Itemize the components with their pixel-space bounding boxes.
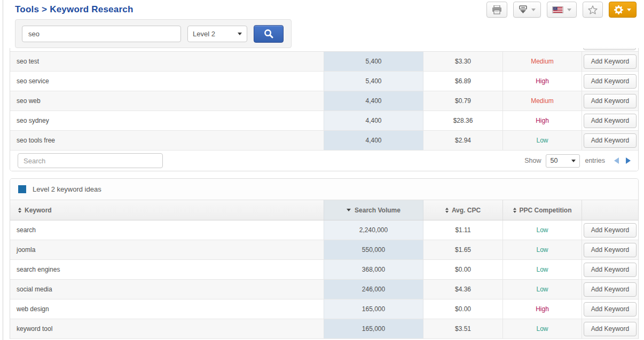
- settings-button[interactable]: [609, 2, 637, 18]
- keyword-search-panel: Level 2: [15, 19, 292, 48]
- avg-cpc-cell: $28.36: [423, 111, 503, 130]
- us-flag-icon: [552, 6, 563, 13]
- next-page-icon[interactable]: [626, 157, 631, 164]
- keyword-cell: keyword tool: [10, 319, 324, 338]
- favorite-star-icon: [588, 5, 598, 14]
- previous-page-icon[interactable]: [614, 157, 619, 164]
- chevron-down-icon: [627, 9, 631, 11]
- search-volume-cell: 4,400: [324, 91, 423, 110]
- table-row: web design 165,000 $0.00 High Add Keywor…: [10, 299, 638, 319]
- add-keyword-button[interactable]: Add Keyword: [584, 282, 637, 297]
- avg-cpc-cell: $0.00: [423, 260, 503, 279]
- column-header-label: PPC Competition: [520, 207, 572, 214]
- avg-cpc-cell: $6.89: [423, 72, 503, 91]
- add-keyword-button[interactable]: Add Keyword: [584, 302, 637, 317]
- table-row: seo tools free 4,400 $2.94 Low Add Keywo…: [10, 131, 638, 151]
- column-header-actions: [582, 200, 638, 220]
- column-header-avg-cpc[interactable]: Avg. CPC: [423, 200, 503, 220]
- avg-cpc-cell: $0.79: [423, 91, 503, 110]
- column-header-keyword[interactable]: Keyword: [10, 200, 324, 220]
- search-volume-cell: 5,400: [324, 52, 423, 71]
- ppc-competition-cell: High: [503, 299, 582, 319]
- add-keyword-button[interactable]: Add Keyword: [584, 263, 637, 277]
- table-footer: Show 50 entries: [10, 151, 638, 171]
- favorite-button[interactable]: [583, 2, 603, 18]
- add-keyword-button[interactable]: [583, 48, 636, 50]
- table-header-row: Keyword Search Volume Avg. CPC PPC Compe…: [10, 200, 638, 220]
- avg-cpc-cell: $1.11: [423, 220, 503, 240]
- table-row: seo sydney 4,400 $28.36 High Add Keyword: [10, 111, 638, 131]
- table-row: seo web 4,400 $0.79 Medium Add Keyword: [10, 91, 638, 111]
- keyword-cell: social media: [10, 280, 324, 299]
- table-row: joomla 550,000 $1.65 Low Add Keyword: [10, 240, 638, 260]
- search-volume-cell: 2,240,000: [324, 220, 423, 240]
- keyword-results-table: seo test 5,400 $3.30 Medium Add Keyword …: [10, 48, 639, 171]
- column-header-ppc-competition[interactable]: PPC Competition: [503, 200, 582, 220]
- sort-both-icon: [18, 208, 21, 213]
- keyword-cell: seo service: [10, 72, 324, 91]
- add-keyword-button[interactable]: Add Keyword: [584, 322, 637, 336]
- table-row: search 2,240,000 $1.11 Low Add Keyword: [10, 220, 638, 240]
- language-button[interactable]: [547, 2, 577, 18]
- top-header: Tools>Keyword Research: [10, 0, 639, 19]
- section-title: Level 2 keyword ideas: [33, 185, 101, 193]
- legend-square-icon: [18, 185, 26, 193]
- entries-label: entries: [585, 157, 605, 164]
- keyword-input[interactable]: [22, 26, 181, 42]
- level-select[interactable]: Level 2: [187, 26, 247, 42]
- clipped-table-row: [10, 48, 638, 52]
- avg-cpc-cell: $3.30: [423, 52, 503, 71]
- avg-cpc-cell: $2.94: [423, 131, 503, 150]
- sort-both-icon: [445, 208, 449, 213]
- ppc-competition-cell: Low: [503, 220, 582, 240]
- page-size-select[interactable]: 50: [546, 154, 580, 168]
- table-row: keyword tool 165,000 $3.51 Low Add Keywo…: [10, 319, 638, 339]
- ppc-competition-cell: Low: [503, 280, 582, 299]
- keyword-cell: seo web: [10, 91, 324, 110]
- chevron-down-icon: [238, 33, 242, 35]
- search-volume-cell: 4,400: [324, 131, 423, 150]
- avg-cpc-cell: $4.36: [423, 280, 503, 299]
- ppc-competition-cell: High: [503, 72, 582, 91]
- keyword-cell: search engines: [10, 260, 324, 279]
- add-keyword-button[interactable]: Add Keyword: [584, 114, 637, 128]
- settings-gear-icon: [614, 5, 623, 14]
- avg-cpc-cell: $1.65: [423, 240, 503, 259]
- ppc-competition-cell: Medium: [503, 91, 582, 110]
- column-header-label: Avg. CPC: [452, 207, 481, 214]
- level2-ideas-panel: Level 2 keyword ideas Keyword Search Vol…: [10, 178, 639, 339]
- ppc-competition-cell: Medium: [503, 52, 582, 71]
- add-keyword-button[interactable]: Add Keyword: [584, 243, 637, 257]
- chevron-down-icon: [531, 9, 536, 11]
- keyword-cell: seo sydney: [10, 111, 324, 130]
- breadcrumb-separator: >: [42, 4, 47, 14]
- ppc-competition-cell: Low: [503, 319, 582, 338]
- chevron-down-icon: [567, 9, 571, 11]
- avg-cpc-cell: $3.51: [423, 319, 503, 338]
- add-keyword-button[interactable]: Add Keyword: [584, 74, 637, 89]
- pagination-controls: Show 50 entries: [524, 154, 631, 168]
- add-keyword-button[interactable]: Add Keyword: [584, 94, 637, 108]
- add-keyword-button[interactable]: Add Keyword: [584, 223, 637, 238]
- page-size-value: 50: [550, 157, 557, 164]
- search-button[interactable]: [254, 25, 284, 43]
- search-volume-cell: 246,000: [324, 280, 423, 299]
- search-volume-cell: 165,000: [324, 299, 423, 319]
- search-volume-cell: 165,000: [324, 319, 423, 338]
- ppc-competition-cell: Low: [503, 131, 582, 150]
- add-keyword-button[interactable]: Add Keyword: [584, 54, 637, 69]
- keyword-cell: web design: [10, 299, 324, 319]
- search-icon: [263, 28, 274, 39]
- page-left-divider: [3, 0, 3, 340]
- keyword-cell: seo tools free: [10, 131, 324, 150]
- sort-descending-icon: [347, 209, 351, 211]
- table-filter-input[interactable]: [18, 153, 163, 168]
- breadcrumb-section[interactable]: Tools: [15, 4, 39, 14]
- table-row: seo test 5,400 $3.30 Medium Add Keyword: [10, 52, 638, 72]
- add-keyword-button[interactable]: Add Keyword: [584, 133, 637, 148]
- column-header-search-volume[interactable]: Search Volume: [324, 200, 423, 220]
- print-button[interactable]: [486, 2, 507, 18]
- sort-both-icon: [513, 208, 516, 213]
- keyword-cell: search: [10, 220, 324, 240]
- export-button[interactable]: [513, 2, 541, 18]
